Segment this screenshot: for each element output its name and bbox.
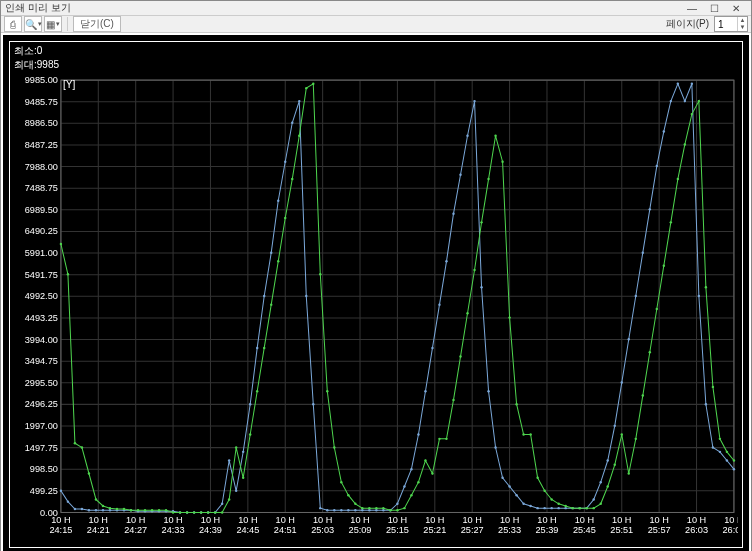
svg-point-159: [466, 135, 468, 137]
svg-point-232: [298, 135, 300, 137]
svg-point-156: [445, 260, 447, 262]
svg-point-199: [67, 273, 69, 275]
layout-icon: ▦: [46, 19, 55, 30]
svg-text:10 H: 10 H: [500, 515, 519, 525]
svg-text:10 H: 10 H: [163, 515, 182, 525]
layout-button[interactable]: ▦▾: [44, 16, 62, 32]
svg-point-124: [221, 503, 223, 505]
svg-point-157: [452, 212, 454, 214]
svg-point-252: [438, 438, 440, 440]
page-spinner[interactable]: 1 ▲ ▼: [714, 16, 748, 32]
window-close-button[interactable]: ✕: [725, 1, 747, 15]
svg-point-137: [312, 403, 314, 405]
chart-canvas: [Y]0.00499.25998.501497.751997.002496.25…: [14, 74, 738, 543]
svg-point-268: [550, 498, 552, 500]
svg-point-169: [536, 507, 538, 509]
svg-point-152: [417, 433, 419, 435]
zoom-button[interactable]: 🔍▾: [24, 16, 42, 32]
svg-point-280: [635, 438, 637, 440]
svg-point-238: [340, 481, 342, 483]
svg-point-217: [193, 511, 195, 513]
svg-text:25:27: 25:27: [461, 525, 484, 535]
svg-point-190: [684, 100, 686, 102]
svg-point-273: [585, 507, 587, 509]
spin-up-button[interactable]: ▲: [737, 17, 747, 24]
svg-text:[Y]: [Y]: [63, 79, 76, 90]
svg-text:6490.25: 6490.25: [25, 227, 58, 237]
chart-svg: [Y]0.00499.25998.501497.751997.002496.25…: [14, 74, 738, 543]
svg-point-145: [368, 509, 370, 511]
svg-text:4493.25: 4493.25: [25, 313, 58, 323]
svg-point-291: [712, 386, 714, 388]
svg-point-236: [326, 390, 328, 392]
svg-point-179: [607, 459, 609, 461]
svg-point-150: [403, 485, 405, 487]
svg-point-140: [333, 509, 335, 511]
svg-point-142: [347, 509, 349, 511]
svg-point-259: [487, 178, 489, 180]
svg-text:24:21: 24:21: [87, 525, 110, 535]
svg-point-219: [207, 511, 209, 513]
close-button[interactable]: 닫기(C): [73, 16, 121, 32]
svg-text:26:09: 26:09: [722, 525, 738, 535]
svg-point-193: [705, 403, 707, 405]
svg-point-164: [501, 477, 503, 479]
svg-text:10 H: 10 H: [649, 515, 668, 525]
svg-point-239: [347, 494, 349, 496]
svg-point-191: [691, 83, 693, 85]
svg-point-230: [284, 217, 286, 219]
window-title: 인쇄 미리 보기: [5, 1, 71, 15]
svg-text:24:39: 24:39: [199, 525, 222, 535]
svg-text:8487.25: 8487.25: [25, 140, 58, 150]
svg-point-234: [312, 83, 314, 85]
svg-text:25:51: 25:51: [610, 525, 633, 535]
chart-min-label: 최소:0: [14, 44, 738, 58]
svg-point-272: [578, 507, 580, 509]
svg-point-222: [228, 498, 230, 500]
toolbar: ⎙ 🔍▾ ▦▾ 닫기(C) 페이지(P) 1 ▲ ▼: [1, 16, 751, 33]
svg-point-224: [242, 477, 244, 479]
svg-text:24:33: 24:33: [162, 525, 185, 535]
svg-point-203: [95, 498, 97, 500]
svg-point-274: [592, 507, 594, 509]
svg-text:1497.75: 1497.75: [25, 443, 58, 453]
svg-text:3994.00: 3994.00: [25, 335, 58, 345]
svg-point-158: [459, 174, 461, 176]
spin-down-button[interactable]: ▼: [737, 24, 747, 31]
svg-text:24:15: 24:15: [49, 525, 72, 535]
svg-point-106: [95, 509, 97, 511]
svg-text:25:45: 25:45: [573, 525, 596, 535]
svg-point-279: [628, 472, 630, 474]
chart-outer: 최소:0 최대:9985 [Y]0.00499.25998.501497.751…: [3, 35, 749, 551]
svg-point-189: [677, 83, 679, 85]
svg-text:26:03: 26:03: [685, 525, 708, 535]
svg-point-245: [389, 509, 391, 511]
svg-point-168: [529, 505, 531, 507]
svg-point-105: [88, 509, 90, 511]
svg-point-153: [424, 390, 426, 392]
svg-point-135: [298, 100, 300, 102]
svg-point-202: [88, 472, 90, 474]
svg-point-229: [277, 260, 279, 262]
svg-point-138: [319, 507, 321, 509]
svg-point-214: [172, 511, 174, 513]
svg-text:2995.50: 2995.50: [25, 378, 58, 388]
svg-text:7488.75: 7488.75: [25, 183, 58, 193]
svg-point-294: [733, 459, 735, 461]
svg-point-170: [543, 507, 545, 509]
svg-point-270: [564, 505, 566, 507]
maximize-button[interactable]: ☐: [703, 1, 725, 15]
svg-point-134: [291, 122, 293, 124]
svg-point-187: [663, 130, 665, 132]
svg-point-248: [410, 494, 412, 496]
minimize-button[interactable]: —: [681, 1, 703, 15]
svg-point-285: [670, 221, 672, 223]
svg-point-183: [635, 295, 637, 297]
svg-text:25:33: 25:33: [498, 525, 521, 535]
svg-point-293: [726, 451, 728, 453]
svg-point-290: [705, 286, 707, 288]
svg-text:25:09: 25:09: [349, 525, 372, 535]
svg-text:10 H: 10 H: [350, 515, 369, 525]
print-button[interactable]: ⎙: [4, 16, 22, 32]
svg-point-208: [130, 509, 132, 511]
